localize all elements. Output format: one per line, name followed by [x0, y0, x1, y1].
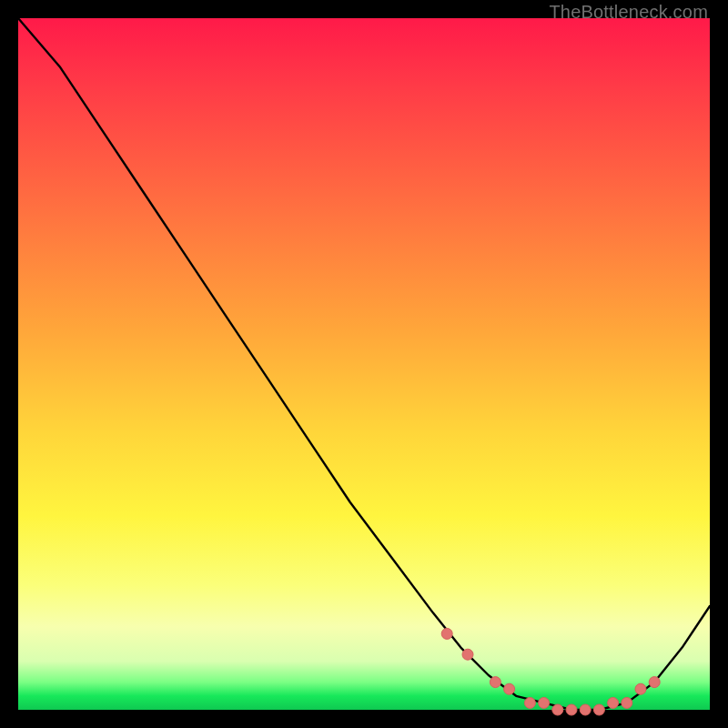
bottleneck-curve — [18, 18, 710, 710]
trough-markers — [441, 628, 660, 715]
curve-svg — [18, 18, 710, 710]
marker-point — [552, 704, 563, 715]
marker-point — [539, 697, 550, 708]
plot-area — [18, 18, 710, 710]
marker-point — [580, 704, 591, 715]
marker-point — [635, 683, 646, 694]
marker-point — [622, 697, 632, 708]
chart-frame: TheBottleneck.com — [0, 0, 728, 728]
marker-point — [566, 704, 577, 715]
marker-point — [504, 683, 515, 694]
marker-point — [593, 704, 604, 715]
watermark-text: TheBottleneck.com — [549, 2, 708, 23]
marker-point — [490, 677, 500, 688]
marker-point — [441, 628, 452, 639]
marker-point — [608, 697, 619, 708]
marker-point — [462, 649, 473, 660]
marker-point — [649, 677, 660, 688]
marker-point — [524, 697, 535, 708]
